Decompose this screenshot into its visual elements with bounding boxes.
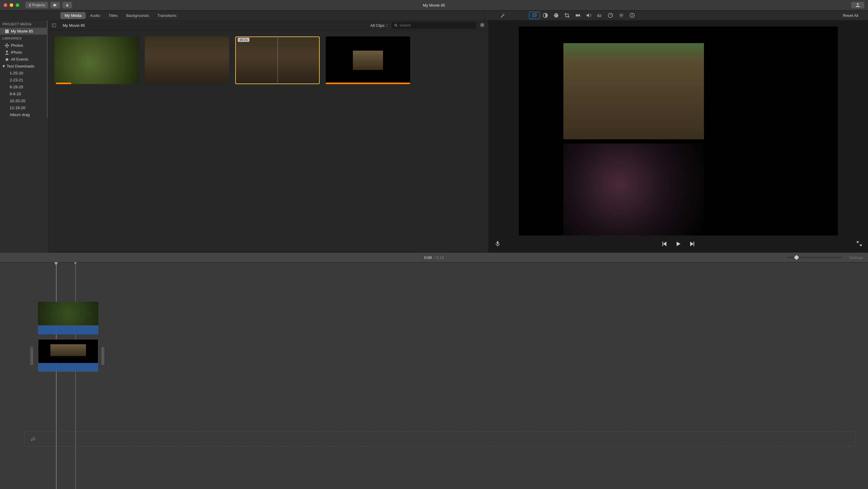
sidebar-event-item[interactable]: 9-8-20 — [0, 91, 47, 97]
background-music-well[interactable] — [24, 431, 856, 447]
fullscreen-button[interactable] — [857, 241, 862, 247]
video-camera-icon — [575, 13, 581, 18]
sidebar-project-label: My Movie 85 — [11, 29, 33, 33]
disclosure-triangle-icon[interactable]: ▼ — [2, 64, 5, 68]
overlay-icon — [532, 13, 537, 18]
clip-video-thumb — [38, 339, 98, 363]
sidebar-event-item[interactable]: Album drag — [0, 111, 47, 118]
pip-bottom-clip — [563, 143, 704, 235]
video-overlay-button[interactable] — [529, 12, 540, 19]
reset-all-button[interactable]: Reset All — [843, 13, 858, 18]
tab-titles[interactable]: Titles — [104, 12, 122, 19]
timeline-settings-button[interactable]: Settings — [849, 255, 863, 260]
updown-chevron-icon — [386, 24, 388, 27]
enhance-wand-button[interactable] — [497, 12, 508, 19]
flower-icon — [5, 43, 9, 47]
share-button[interactable] — [851, 2, 864, 8]
svg-rect-14 — [598, 14, 599, 17]
svg-rect-5 — [532, 14, 536, 17]
tab-my-media[interactable]: My Media — [60, 12, 86, 19]
close-window-button[interactable] — [4, 3, 7, 7]
three-circles-icon — [619, 13, 624, 18]
tab-backgrounds[interactable]: Backgrounds — [122, 12, 153, 19]
import-button[interactable] — [62, 2, 72, 8]
color-balance-button[interactable] — [540, 12, 551, 19]
sidebar-label: iPhoto — [11, 50, 22, 55]
clapperboard-icon — [5, 29, 9, 33]
microphone-icon — [495, 240, 501, 247]
svg-rect-32 — [52, 24, 56, 27]
sidebar-toggle-icon[interactable] — [52, 23, 56, 27]
gear-icon — [480, 23, 485, 27]
sidebar-event-item[interactable]: 1-25-20 — [0, 70, 47, 76]
svg-rect-0 — [53, 4, 56, 6]
next-button[interactable] — [689, 240, 695, 247]
play-button[interactable] — [675, 240, 682, 247]
sidebar-label: Test Downloads — [7, 64, 34, 68]
clip-audio-waveform — [38, 325, 98, 334]
clip-trim-handle-left[interactable] — [30, 347, 33, 365]
crop-button[interactable] — [562, 12, 572, 19]
projects-back-button[interactable]: Projects — [25, 2, 48, 8]
speed-button[interactable] — [605, 12, 616, 19]
clip-trim-handle-right[interactable] — [101, 347, 104, 365]
sidebar-item-photos[interactable]: Photos — [0, 42, 47, 49]
svg-line-35 — [396, 26, 397, 27]
clip-duration-badge: 49.2s — [238, 38, 249, 42]
clip-thumbnail[interactable] — [54, 36, 139, 84]
svg-rect-37 — [497, 241, 499, 244]
sidebar-header-project-media: PROJECT MEDIA — [0, 21, 47, 28]
sidebar-item-all-events[interactable]: All Events — [0, 56, 47, 63]
fullscreen-window-button[interactable] — [16, 3, 19, 7]
clips-filter-dropdown[interactable]: All Clips — [370, 23, 388, 28]
svg-point-3 — [504, 14, 505, 15]
stabilization-button[interactable] — [572, 12, 583, 19]
star-icon — [5, 57, 9, 62]
search-input[interactable] — [399, 23, 474, 27]
clip-audio-waveform — [38, 363, 98, 372]
sidebar-event-item[interactable]: 10-20-20 — [0, 97, 47, 104]
svg-rect-6 — [533, 13, 537, 16]
voiceover-record-button[interactable] — [495, 240, 501, 248]
color-correction-button[interactable] — [551, 12, 562, 19]
viewer-canvas[interactable] — [519, 27, 838, 235]
sidebar-event-item[interactable]: 8-28-20 — [0, 84, 47, 91]
svg-point-29 — [5, 45, 6, 46]
sidebar: PROJECT MEDIA My Movie 85 LIBRARIES Phot… — [0, 21, 48, 252]
svg-point-30 — [8, 45, 9, 46]
search-field[interactable] — [392, 22, 476, 29]
clip-thumbnail-selected[interactable]: 49.2s — [235, 36, 320, 84]
svg-rect-24 — [5, 30, 9, 33]
noise-eq-button[interactable] — [594, 12, 605, 19]
minimize-window-button[interactable] — [10, 3, 13, 7]
timeline-playhead[interactable] — [56, 263, 56, 489]
playhead-time: 0:08 / 0:13 — [424, 255, 444, 260]
library-view-button[interactable] — [50, 2, 60, 8]
zoom-slider-thumb[interactable] — [794, 255, 799, 260]
timeline-connected-clip[interactable] — [38, 302, 98, 334]
volume-button[interactable] — [583, 12, 594, 19]
pip-top-clip — [563, 43, 704, 139]
search-icon — [394, 24, 398, 27]
speaker-icon — [586, 13, 591, 18]
sidebar-item-iphoto[interactable]: iPhoto — [0, 49, 47, 56]
sidebar-item-test-downloads[interactable]: ▼ Test Downloads — [0, 63, 47, 70]
clip-info-button[interactable] — [627, 12, 638, 19]
timeline-zoom-slider[interactable] — [787, 257, 842, 258]
sidebar-event-item[interactable]: 2-23-21 — [0, 76, 47, 84]
tab-transitions[interactable]: Transitions — [153, 12, 181, 19]
sidebar-project-item[interactable]: My Movie 85 — [0, 28, 47, 35]
svg-point-2 — [504, 13, 504, 14]
timeline[interactable] — [0, 263, 868, 489]
previous-button[interactable] — [661, 240, 668, 247]
timeline-primary-clip[interactable] — [38, 339, 98, 372]
svg-rect-1 — [856, 6, 860, 7]
equalizer-icon — [597, 13, 602, 18]
tab-audio[interactable]: Audio — [86, 12, 104, 19]
sidebar-event-item[interactable]: 12-18-20 — [0, 104, 47, 111]
clip-filter-button[interactable] — [616, 12, 627, 19]
clip-thumbnail[interactable] — [326, 36, 410, 84]
svg-rect-25 — [5, 30, 9, 30]
browser-settings-button[interactable] — [480, 23, 485, 28]
clip-thumbnail[interactable] — [145, 36, 229, 84]
